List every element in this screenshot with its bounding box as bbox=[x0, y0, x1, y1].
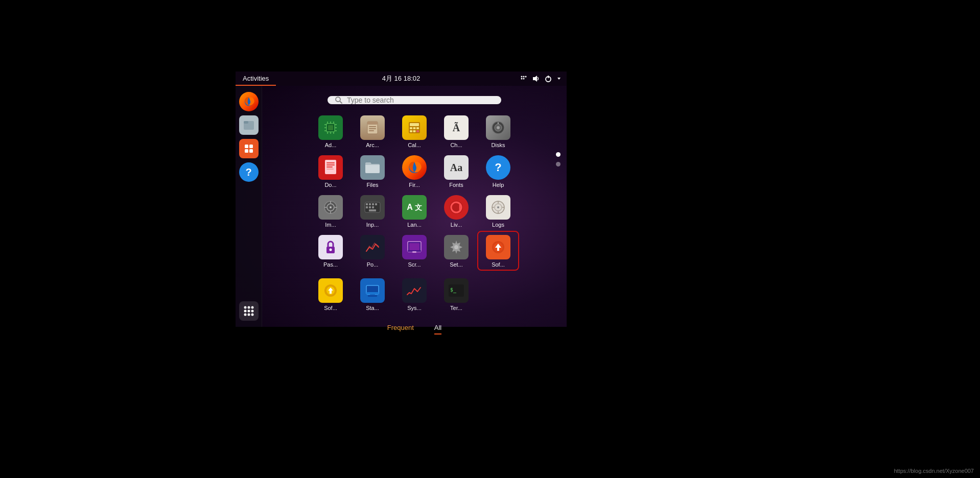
app-label-sta: Sta... bbox=[366, 305, 379, 311]
app-label-fir: Fir... bbox=[409, 182, 419, 188]
app-item-do[interactable]: Do... bbox=[311, 152, 351, 190]
dot-active[interactable] bbox=[556, 152, 561, 157]
app-label-liv: Liv... bbox=[451, 222, 462, 228]
svg-point-18 bbox=[251, 306, 253, 309]
search-input[interactable] bbox=[347, 96, 494, 104]
app-item-liv[interactable]: Liv... bbox=[436, 192, 476, 230]
app-item-logs[interactable]: Logs bbox=[478, 192, 518, 230]
dock-item-firefox[interactable] bbox=[239, 92, 259, 111]
app-item-arc[interactable]: Arc... bbox=[353, 112, 392, 150]
svg-point-89 bbox=[330, 249, 332, 251]
app-label-ch: Ch... bbox=[450, 142, 462, 148]
app-item-help[interactable]: ? Help bbox=[478, 152, 518, 190]
app-item-lan[interactable]: A 文 Lan... bbox=[394, 192, 434, 230]
dock-item-show-apps[interactable] bbox=[239, 301, 259, 321]
gnome-topbar: Activities 4月 16 18:02 bbox=[236, 71, 567, 86]
app-item-ch[interactable]: Ã Ch... bbox=[436, 112, 476, 150]
app-item-inp[interactable]: Inp... bbox=[353, 192, 392, 230]
app-item-set[interactable]: Set... bbox=[436, 232, 476, 270]
power-icon[interactable] bbox=[544, 75, 552, 83]
svg-point-1 bbox=[523, 76, 525, 78]
svg-point-56 bbox=[497, 126, 500, 129]
svg-point-25 bbox=[336, 97, 340, 102]
app-item-fir[interactable]: Fir... bbox=[394, 152, 434, 190]
svg-rect-78 bbox=[372, 206, 374, 208]
app-grid-empty bbox=[478, 272, 518, 317]
topbar-clock: 4月 16 18:02 bbox=[382, 74, 420, 83]
svg-point-20 bbox=[247, 310, 250, 313]
svg-rect-52 bbox=[413, 130, 416, 132]
app-item-sof-updater[interactable]: Sof... bbox=[478, 232, 518, 270]
dot-inactive[interactable] bbox=[556, 162, 561, 166]
svg-rect-45 bbox=[369, 130, 374, 131]
activities-button[interactable]: Activities bbox=[236, 71, 276, 86]
svg-point-4 bbox=[523, 78, 525, 80]
svg-rect-93 bbox=[412, 251, 416, 253]
svg-point-87 bbox=[497, 206, 499, 208]
app-label-sys: Sys... bbox=[407, 305, 422, 311]
app-item-fonts[interactable]: Aa Fonts bbox=[436, 152, 476, 190]
svg-rect-60 bbox=[326, 164, 335, 165]
svg-point-23 bbox=[247, 314, 250, 316]
app-item-files[interactable]: Files bbox=[353, 152, 392, 190]
svg-rect-12 bbox=[245, 145, 248, 148]
svg-rect-44 bbox=[369, 128, 376, 129]
svg-point-16 bbox=[244, 306, 246, 309]
svg-rect-61 bbox=[326, 166, 333, 168]
tab-all[interactable]: All bbox=[434, 324, 441, 334]
svg-rect-11 bbox=[244, 121, 248, 124]
app-label-help: Help bbox=[493, 182, 504, 188]
app-label-sof-updater: Sof... bbox=[492, 261, 505, 268]
app-label-pas: Pas... bbox=[323, 261, 338, 268]
volume-icon[interactable] bbox=[532, 75, 540, 83]
svg-rect-50 bbox=[416, 127, 419, 129]
svg-rect-47 bbox=[410, 123, 419, 126]
app-item-im[interactable]: Im... bbox=[311, 192, 351, 230]
svg-rect-15 bbox=[249, 149, 253, 153]
network-icon[interactable] bbox=[520, 75, 528, 83]
svg-text:$_: $_ bbox=[450, 287, 457, 293]
svg-point-3 bbox=[521, 78, 523, 80]
app-item-ad[interactable]: Ad... bbox=[311, 112, 351, 150]
app-label-po: Po... bbox=[367, 261, 379, 268]
app-label-lan: Lan... bbox=[407, 222, 422, 228]
dock-item-software[interactable] bbox=[239, 139, 259, 158]
page-dots bbox=[556, 152, 561, 166]
svg-point-17 bbox=[247, 306, 250, 309]
svg-rect-91 bbox=[409, 243, 419, 250]
app-label-ad: Ad... bbox=[325, 142, 337, 148]
arrow-down-icon[interactable] bbox=[556, 76, 562, 81]
svg-point-57 bbox=[498, 123, 499, 124]
app-item-disks[interactable]: Disks bbox=[478, 112, 518, 150]
svg-rect-14 bbox=[245, 149, 248, 153]
svg-rect-51 bbox=[410, 130, 412, 132]
svg-rect-72 bbox=[366, 203, 368, 205]
tab-frequent[interactable]: Frequent bbox=[387, 324, 414, 334]
svg-rect-103 bbox=[368, 295, 377, 297]
svg-rect-13 bbox=[249, 145, 253, 148]
svg-point-2 bbox=[525, 76, 527, 78]
svg-point-22 bbox=[244, 314, 246, 316]
app-label-files: Files bbox=[366, 182, 378, 188]
app-item-sys[interactable]: Sys... bbox=[394, 272, 434, 317]
app-item-pas[interactable]: Pas... bbox=[311, 232, 351, 270]
svg-rect-73 bbox=[369, 203, 371, 205]
svg-rect-74 bbox=[372, 203, 374, 205]
svg-point-0 bbox=[521, 76, 523, 78]
app-item-sta[interactable]: Sta... bbox=[353, 272, 392, 317]
app-item-ter[interactable]: $_ Ter... bbox=[436, 272, 476, 317]
dock-item-help[interactable]: ? bbox=[239, 162, 259, 182]
app-label-im: Im... bbox=[325, 222, 336, 228]
app-item-sof-center[interactable]: Sof... bbox=[311, 272, 351, 317]
svg-rect-48 bbox=[410, 127, 412, 129]
app-item-cal[interactable]: Cal... bbox=[394, 112, 434, 150]
app-label-cal: Cal... bbox=[408, 142, 421, 148]
svg-point-21 bbox=[251, 310, 253, 313]
svg-rect-101 bbox=[366, 292, 379, 294]
app-item-scr[interactable]: Scr... bbox=[394, 232, 434, 270]
app-grid: Ad... Arc... bbox=[307, 112, 522, 317]
search-bar[interactable] bbox=[328, 96, 501, 104]
app-item-po[interactable]: Po... bbox=[353, 232, 392, 270]
svg-rect-49 bbox=[413, 127, 416, 129]
dock-item-files[interactable] bbox=[239, 115, 259, 135]
